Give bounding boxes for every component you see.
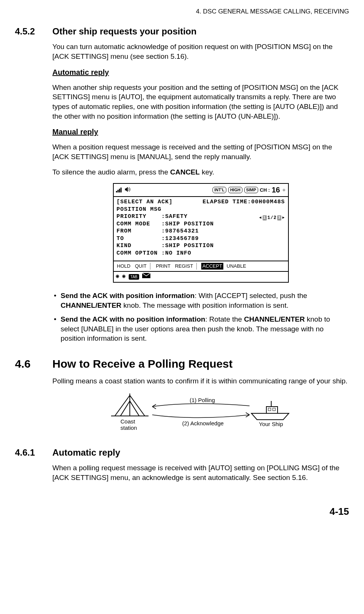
circle-icon: ◉ [116, 273, 119, 280]
section-title: Automatic reply [52, 447, 120, 459]
cancel-key: CANCEL [170, 168, 200, 176]
screen-menu: HOLD QUIT PRINT REGIST ACCEPT UNABLE [114, 261, 288, 271]
svg-rect-6 [273, 408, 275, 411]
bold-lead: Send the ACK with no position informatio… [61, 315, 205, 323]
manual-reply-para-1: When a position request message is recei… [52, 142, 349, 161]
menu-accept: ACCEPT [201, 263, 223, 270]
section-num: 4.6.1 [15, 447, 52, 459]
divider [150, 263, 153, 270]
section-num: 4.5.2 [15, 25, 52, 37]
manual-reply-para-2: To silence the audio alarm, press the CA… [52, 167, 349, 177]
from-line: FROM :987654321 [117, 228, 285, 235]
bold-lead: Send the ACK with position information [61, 292, 195, 300]
circle-icon: ◉ [122, 273, 126, 280]
screen-body: [SELECT AN ACK] ELAPSED TIME:00H00M48S P… [114, 197, 288, 261]
bullet-item-1: Send the ACK with position information: … [52, 291, 349, 310]
ch-label: CH : [260, 187, 270, 194]
high-pill: HIGH [228, 187, 242, 193]
section-46-heading: 4.6 How to Receive a Polling Request [15, 356, 349, 372]
page-number: 4-15 [15, 505, 349, 518]
section-461-heading: 4.6.1 Automatic reply [15, 447, 349, 459]
divider [196, 263, 199, 270]
menu-regist: REGIST [174, 263, 194, 270]
manual-reply-heading: Manual reply [52, 127, 349, 137]
svg-text:(1) Polling: (1) Polling [190, 397, 215, 403]
svg-text:Your Ship: Your Ship [259, 421, 283, 427]
text: : With [ACCEPT] selected, push the [195, 292, 307, 300]
speaker-icon [125, 186, 131, 194]
channel-enter: CHANNEL/ENTER [244, 315, 305, 323]
coast-label: Coast [120, 418, 135, 425]
bullet-item-2: Send the ACK with no position informatio… [52, 314, 349, 343]
screen-bottom-bar: ◉ ◉ TAB [114, 271, 288, 282]
channel-enter: CHANNEL/ENTER [61, 301, 122, 309]
svg-text:(2) Acknowledge: (2) Acknowledge [182, 420, 224, 426]
intl-pill: INT'L [212, 187, 226, 193]
auto-reply-polling-para: When a polling request message is receiv… [52, 463, 349, 482]
menu-hold: HOLD [116, 263, 132, 270]
text: : Rotate the [205, 315, 244, 323]
elapsed-time: ELAPSED TIME:00H00M48S [202, 198, 285, 206]
auto-reply-para: When another ship requests your position… [52, 83, 349, 121]
page-text: 1/2 [267, 215, 277, 221]
menu-print: PRINT [155, 263, 172, 270]
section-num: 4.6 [15, 356, 52, 372]
envelope-icon [142, 273, 150, 281]
kind-line: KIND :SHIP POSITION [117, 242, 285, 250]
text: key. [200, 168, 214, 176]
section-452-heading: 4.5.2 Other ship requests your position [15, 25, 349, 37]
intro-para: You can turn automatic acknowledge of po… [52, 42, 349, 61]
comm-mode-line: COMM MODE :SHIP POSITION [117, 221, 285, 228]
page-indicator: ◄11/23► [259, 215, 285, 221]
to-line: TO :123456789 [117, 235, 285, 243]
tab-badge: TAB [129, 274, 140, 280]
text: To silence the audio alarm, press the [52, 168, 170, 176]
text: knob. The message with position informat… [122, 301, 288, 309]
ch-number: 16 [272, 185, 280, 195]
polling-diagram: Coast station Your Ship (1) Polling (2) … [52, 392, 349, 435]
screen-status-bar: INT'L HIGH SIMP CH : 16 ✧ [114, 184, 288, 197]
menu-quit: QUIT [134, 263, 148, 270]
bullet-list: Send the ACK with position information: … [52, 291, 349, 343]
section-title: Other ship requests your position [52, 25, 196, 37]
antenna-icon: ✧ [282, 187, 286, 193]
svg-rect-5 [268, 408, 271, 411]
simp-pill: SIMP [244, 187, 258, 193]
auto-reply-heading: Automatic reply [52, 67, 349, 77]
position-msg-line: POSITION MSG [117, 206, 285, 213]
page-header: 4. DSC GENERAL MESSAGE CALLING, RECEIVIN… [15, 7, 349, 16]
polling-intro-para: Polling means a coast station wants to c… [52, 376, 349, 386]
menu-unable: UNABLE [226, 263, 247, 270]
svg-text:station: station [120, 425, 137, 431]
device-screen: INT'L HIGH SIMP CH : 16 ✧ [SELECT AN ACK… [113, 183, 289, 283]
select-ack-label: [SELECT AN ACK] [117, 198, 173, 206]
comm-option-line: COMM OPTION :NO INFO [117, 250, 285, 257]
signal-icon [116, 188, 122, 192]
section-title: How to Receive a Polling Request [52, 356, 233, 372]
